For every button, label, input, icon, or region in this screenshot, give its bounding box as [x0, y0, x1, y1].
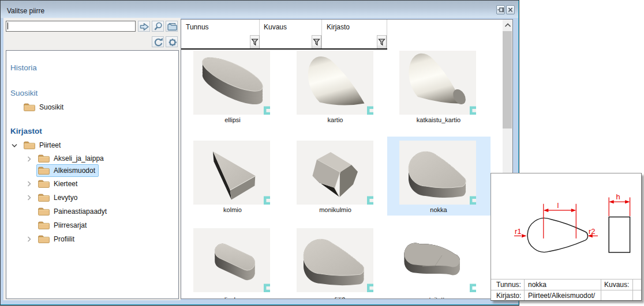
- svg-text:l: l: [557, 201, 559, 210]
- svg-text:r1: r1: [515, 227, 522, 236]
- svg-text:h: h: [616, 192, 620, 201]
- svg-text:r2: r2: [589, 227, 596, 236]
